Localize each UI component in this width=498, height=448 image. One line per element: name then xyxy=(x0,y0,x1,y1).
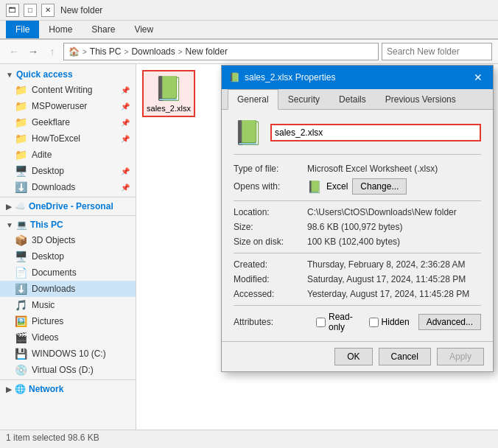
prop-row-size: Size: 98.6 KB (100,972 bytes) xyxy=(234,222,481,232)
dialog-file-name-input[interactable] xyxy=(270,124,481,141)
dialog-file-icon: 📗 xyxy=(234,119,263,147)
file-item-sales2[interactable]: 📗 sales_2.xlsx xyxy=(142,70,195,117)
onedrive-header[interactable]: ▶ ☁️ OneDrive - Personal xyxy=(0,199,136,214)
maximize-icon[interactable]: □ xyxy=(24,4,37,17)
prop-size-disk-label: Size on disk: xyxy=(234,237,307,247)
ok-button[interactable]: OK xyxy=(334,348,372,365)
tab-view[interactable]: View xyxy=(124,21,163,38)
sidebar-item-content-writing[interactable]: 📁 Content Writing 📌 xyxy=(0,82,136,98)
path-this-pc[interactable]: This PC xyxy=(90,46,122,57)
sidebar-item-mspoweruser[interactable]: 📁 MSPoweruser 📌 xyxy=(0,98,136,114)
prop-location-label: Location: xyxy=(234,207,307,217)
prop-row-modified: Modified: Saturday, August 17, 2024, 11:… xyxy=(234,274,481,284)
quick-access-label: Quick access xyxy=(16,69,73,80)
readonly-checkbox[interactable] xyxy=(316,318,326,327)
dialog-title-left: 📗 sales_2.xlsx Properties xyxy=(229,72,335,83)
up-button[interactable]: ↑ xyxy=(44,43,60,60)
prop-accessed-label: Accessed: xyxy=(234,289,307,299)
separator xyxy=(234,200,481,201)
window-title: New folder xyxy=(60,5,102,15)
documents-icon: 📄 xyxy=(15,267,27,279)
sidebar-item-windows10[interactable]: 💾 WINDOWS 10 (C:) xyxy=(0,346,136,362)
sidebar-item-downloads-quick[interactable]: ⬇️ Downloads 📌 xyxy=(0,179,136,195)
change-button[interactable]: Change... xyxy=(352,178,407,195)
sidebar-divider xyxy=(0,379,136,380)
network-header[interactable]: ▶ 🌐 Network xyxy=(0,382,136,396)
sidebar-item-virtual-os[interactable]: 💿 Virtual OSs (D:) xyxy=(0,362,136,378)
sidebar-item-downloads[interactable]: ⬇️ Downloads xyxy=(0,281,136,297)
search-input[interactable] xyxy=(382,43,492,60)
close-icon[interactable]: ✕ xyxy=(41,4,55,17)
sidebar-item-music[interactable]: 🎵 Music xyxy=(0,297,136,313)
sidebar-item-adite[interactable]: 📁 Adite xyxy=(0,147,136,163)
onedrive-icon: ☁️ xyxy=(15,201,26,211)
prop-modified-value: Saturday, August 17, 2024, 11:45:28 PM xyxy=(307,274,481,284)
path-downloads[interactable]: Downloads xyxy=(131,46,175,57)
status-text: 1 item selected 98.6 KB xyxy=(6,433,99,443)
readonly-label: Read-only xyxy=(329,312,360,332)
dialog-close-button[interactable]: ✕ xyxy=(471,70,485,85)
hidden-check[interactable]: Hidden xyxy=(369,317,410,327)
downloads-icon: ⬇️ xyxy=(15,181,27,193)
path-new-folder[interactable]: New folder xyxy=(186,46,228,57)
prop-created-value: Thursday, February 8, 2024, 2:36:28 AM xyxy=(307,259,481,270)
path-home-icon: 🏠 xyxy=(69,46,80,57)
desktop-icon: 🖥️ xyxy=(15,251,27,262)
dialog-tab-previous-versions[interactable]: Previous Versions xyxy=(376,89,466,109)
sidebar-item-howtoexcel[interactable]: 📁 HowToExcel 📌 xyxy=(0,130,136,147)
address-bar: ← → ↑ 🏠 > This PC > Downloads > New fold… xyxy=(0,40,498,64)
sidebar-item-videos[interactable]: 🎬 Videos xyxy=(0,329,136,346)
videos-icon: 🎬 xyxy=(15,332,27,343)
advanced-button[interactable]: Advanced... xyxy=(418,314,481,330)
minimize-icon[interactable]: 🗔 xyxy=(6,4,19,17)
dialog-content: 📗 Type of file: Microsoft Excel Workshee… xyxy=(222,110,493,341)
quick-access-header[interactable]: ▼ Quick access xyxy=(0,67,136,82)
prop-row-created: Created: Thursday, February 8, 2024, 2:3… xyxy=(234,259,481,270)
apply-button[interactable]: Apply xyxy=(437,348,484,365)
this-pc-label: This PC xyxy=(30,220,63,230)
opens-with-app: Excel xyxy=(326,181,348,192)
sidebar: ▼ Quick access 📁 Content Writing 📌 📁 MSP… xyxy=(0,64,136,430)
prop-row-size-disk: Size on disk: 100 KB (102,400 bytes) xyxy=(234,237,481,247)
pictures-icon: 🖼️ xyxy=(15,315,27,327)
prop-location-value: C:\Users\CtOS\Downloads\New folder xyxy=(307,207,481,217)
dialog-tab-general[interactable]: General xyxy=(228,89,278,110)
hidden-checkbox[interactable] xyxy=(369,318,379,327)
folder-icon: 📁 xyxy=(15,149,27,161)
downloads-icon: ⬇️ xyxy=(15,283,27,295)
pin-icon: 📌 xyxy=(121,183,130,192)
sidebar-item-documents[interactable]: 📄 Documents xyxy=(0,265,136,281)
this-pc-icon: 💻 xyxy=(16,220,27,230)
sidebar-divider xyxy=(0,215,136,216)
folder-icon: 📁 xyxy=(15,133,27,144)
desktop-icon: 🖥️ xyxy=(15,165,27,177)
prop-row-accessed: Accessed: Yesterday, August 17, 2024, 11… xyxy=(234,289,481,299)
dialog-title-bar: 📗 sales_2.xlsx Properties ✕ xyxy=(222,66,493,89)
tab-share[interactable]: Share xyxy=(82,21,124,38)
this-pc-header[interactable]: ▼ 💻 This PC xyxy=(0,217,136,232)
address-path[interactable]: 🏠 > This PC > Downloads > New folder xyxy=(63,43,379,60)
dialog-footer: OK Cancel Apply xyxy=(222,341,493,371)
dialog-tab-security[interactable]: Security xyxy=(278,89,329,109)
dialog-tab-details[interactable]: Details xyxy=(329,89,376,109)
ribbon-tabs: File Home Share View xyxy=(0,21,498,39)
pin-icon: 📌 xyxy=(121,102,130,111)
cancel-button[interactable]: Cancel xyxy=(379,348,431,365)
sidebar-item-3dobjects[interactable]: 📦 3D Objects xyxy=(0,232,136,248)
sidebar-item-pictures[interactable]: 🖼️ Pictures xyxy=(0,313,136,329)
prop-row-type: Type of file: Microsoft Excel Worksheet … xyxy=(234,164,481,174)
tab-home[interactable]: Home xyxy=(39,21,82,38)
sidebar-item-desktop-quick[interactable]: 🖥️ Desktop 📌 xyxy=(0,163,136,179)
prop-size-disk-value: 100 KB (102,400 bytes) xyxy=(307,237,481,247)
readonly-check[interactable]: Read-only xyxy=(316,312,360,332)
sidebar-item-geekflare[interactable]: 📁 Geekflare 📌 xyxy=(0,114,136,130)
tab-file[interactable]: File xyxy=(6,21,39,38)
dialog-tabs: General Security Details Previous Versio… xyxy=(222,89,493,110)
back-button[interactable]: ← xyxy=(6,43,22,60)
forward-button[interactable]: → xyxy=(25,43,41,60)
dialog-file-header: 📗 xyxy=(234,119,481,155)
sidebar-item-desktop[interactable]: 🖥️ Desktop xyxy=(0,248,136,265)
network-icon: 🌐 xyxy=(15,384,26,394)
hidden-label: Hidden xyxy=(382,317,410,327)
caret-icon: ▶ xyxy=(6,203,12,211)
